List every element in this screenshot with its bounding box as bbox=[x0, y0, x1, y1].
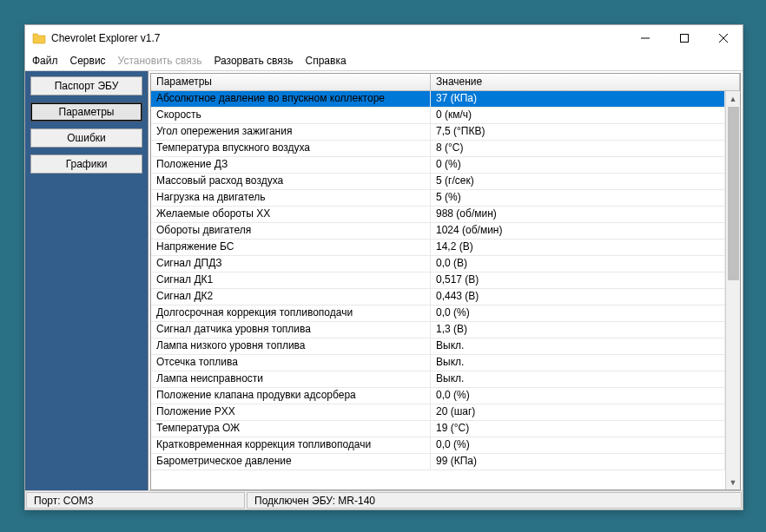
table-row[interactable]: Скорость0 (км/ч) bbox=[151, 108, 725, 124]
table-row[interactable]: Положение РXX20 (шаг) bbox=[151, 404, 725, 421]
cell-value: Выкл. bbox=[431, 355, 725, 371]
cell-param: Сигнал ДПДЗ bbox=[151, 256, 431, 272]
client-area: Паспорт ЭБУ Параметры Ошибки Графики Пар… bbox=[25, 70, 743, 490]
table-row[interactable]: Кратковременная коррекция топливоподачи0… bbox=[151, 437, 725, 454]
table-row[interactable]: Сигнал ДК10,517 (В) bbox=[151, 273, 725, 289]
cell-param: Обороты двигателя bbox=[151, 223, 431, 239]
table-row[interactable]: Угол опережения зажигания7,5 (°ПКВ) bbox=[151, 124, 725, 141]
table-row[interactable]: Массовый расход воздуха5 (г/сек) bbox=[151, 174, 725, 190]
cell-value: 1,3 (В) bbox=[431, 322, 725, 338]
sidebar-parameters-button[interactable]: Параметры bbox=[30, 102, 142, 122]
folder-icon bbox=[32, 31, 46, 45]
table-row[interactable]: Положение ДЗ0 (%) bbox=[151, 157, 725, 174]
cell-value: 8 (°C) bbox=[431, 141, 725, 156]
table-row[interactable]: Положение клапана продувки адсорбера0,0 … bbox=[151, 388, 725, 404]
cell-param: Положение клапана продувки адсорбера bbox=[151, 388, 431, 404]
grid-header: Параметры Значение bbox=[151, 74, 740, 91]
menu-connect[interactable]: Установить связь bbox=[118, 55, 202, 67]
cell-value: 99 (КПа) bbox=[431, 454, 725, 470]
status-bar: Порт: COM3 Подключен ЭБУ: MR-140 bbox=[25, 490, 743, 509]
table-row[interactable]: Желаемые обороты XX988 (об/мин) bbox=[151, 207, 725, 223]
cell-param: Отсечка топлива bbox=[151, 355, 431, 371]
cell-param: Сигнал ДК1 bbox=[151, 273, 431, 288]
window-title: Chevrolet Explorer v1.7 bbox=[51, 32, 160, 44]
main-window: Chevrolet Explorer v1.7 Файл Сервис Уста… bbox=[24, 24, 743, 510]
scroll-thumb[interactable] bbox=[728, 107, 739, 280]
table-row[interactable]: Температура ОЖ19 (°C) bbox=[151, 421, 725, 437]
menu-help[interactable]: Справка bbox=[306, 55, 347, 67]
cell-param: Напряжение БС bbox=[151, 240, 431, 255]
cell-param: Барометрическое давление bbox=[151, 454, 431, 470]
cell-param: Лампа низкого уровня топлива bbox=[151, 338, 431, 354]
table-row[interactable]: Лампа неисправностиВыкл. bbox=[151, 371, 725, 388]
cell-param: Положение ДЗ bbox=[151, 157, 431, 173]
title-bar[interactable]: Chevrolet Explorer v1.7 bbox=[25, 25, 743, 51]
table-row[interactable]: Напряжение БС14,2 (В) bbox=[151, 240, 725, 256]
close-button[interactable] bbox=[703, 25, 743, 51]
main-panel: Параметры Значение Абсолютное давление в… bbox=[149, 71, 743, 490]
maximize-button[interactable] bbox=[664, 25, 703, 51]
cell-param: Угол опережения зажигания bbox=[151, 124, 431, 140]
table-row[interactable]: Барометрическое давление99 (КПа) bbox=[151, 454, 725, 470]
svg-rect-1 bbox=[680, 35, 688, 43]
cell-value: 7,5 (°ПКВ) bbox=[431, 124, 725, 140]
cell-value: 988 (об/мин) bbox=[431, 207, 725, 222]
grid-body[interactable]: Абсолютное давление во впускном коллекто… bbox=[151, 91, 725, 489]
table-row[interactable]: Отсечка топливаВыкл. bbox=[151, 355, 725, 371]
cell-param: Скорость bbox=[151, 108, 431, 123]
cell-value: 0,443 (В) bbox=[431, 289, 725, 305]
cell-value: 37 (КПа) bbox=[431, 91, 725, 107]
cell-value: 1024 (об/мин) bbox=[431, 223, 725, 239]
cell-param: Кратковременная коррекция топливоподачи bbox=[151, 437, 431, 453]
cell-value: 0,0 (В) bbox=[431, 256, 725, 272]
cell-value: 0,0 (%) bbox=[431, 305, 725, 321]
cell-value: 0 (%) bbox=[431, 157, 725, 173]
cell-value: Выкл. bbox=[431, 338, 725, 354]
menu-file[interactable]: Файл bbox=[32, 55, 58, 67]
cell-value: 0 (км/ч) bbox=[431, 108, 725, 123]
parameters-grid: Параметры Значение Абсолютное давление в… bbox=[150, 73, 741, 490]
table-row[interactable]: Температура впускного воздуха8 (°C) bbox=[151, 141, 725, 157]
status-port: Порт: COM3 bbox=[26, 492, 245, 509]
cell-value: 19 (°C) bbox=[431, 421, 725, 437]
table-row[interactable]: Сигнал ДПДЗ0,0 (В) bbox=[151, 256, 725, 273]
cell-value: 5 (г/сек) bbox=[431, 174, 725, 189]
table-row[interactable]: Лампа низкого уровня топливаВыкл. bbox=[151, 338, 725, 355]
sidebar-errors-button[interactable]: Ошибки bbox=[30, 128, 142, 148]
cell-param: Долгосрочная коррекция топливоподачи bbox=[151, 305, 431, 321]
cell-param: Сигнал ДК2 bbox=[151, 289, 431, 305]
sidebar: Паспорт ЭБУ Параметры Ошибки Графики bbox=[25, 71, 149, 490]
vertical-scrollbar[interactable]: ▲ ▼ bbox=[725, 91, 740, 489]
cell-param: Температура ОЖ bbox=[151, 421, 431, 437]
table-row[interactable]: Обороты двигателя1024 (об/мин) bbox=[151, 223, 725, 240]
cell-value: 14,2 (В) bbox=[431, 240, 725, 255]
menu-service[interactable]: Сервис bbox=[70, 55, 106, 67]
cell-param: Абсолютное давление во впускном коллекто… bbox=[151, 91, 431, 107]
menu-bar: Файл Сервис Установить связь Разорвать с… bbox=[25, 51, 743, 70]
column-header-param[interactable]: Параметры bbox=[151, 74, 431, 90]
scroll-up-button[interactable]: ▲ bbox=[726, 91, 740, 106]
column-header-value[interactable]: Значение bbox=[431, 74, 740, 90]
cell-value: 0,0 (%) bbox=[431, 437, 725, 453]
table-row[interactable]: Абсолютное давление во впускном коллекто… bbox=[151, 91, 725, 108]
table-row[interactable]: Сигнал ДК20,443 (В) bbox=[151, 289, 725, 305]
scroll-down-button[interactable]: ▼ bbox=[726, 475, 740, 489]
sidebar-charts-button[interactable]: Графики bbox=[30, 154, 142, 174]
cell-value: 5 (%) bbox=[431, 190, 725, 206]
cell-param: Сигнал датчика уровня топлива bbox=[151, 322, 431, 338]
table-row[interactable]: Сигнал датчика уровня топлива1,3 (В) bbox=[151, 322, 725, 338]
cell-value: 0,517 (В) bbox=[431, 273, 725, 288]
sidebar-passport-button[interactable]: Паспорт ЭБУ bbox=[30, 76, 142, 95]
menu-disconnect[interactable]: Разорвать связь bbox=[214, 55, 293, 67]
cell-value: Выкл. bbox=[431, 371, 725, 387]
cell-param: Массовый расход воздуха bbox=[151, 174, 431, 189]
table-row[interactable]: Долгосрочная коррекция топливоподачи0,0 … bbox=[151, 305, 725, 322]
cell-param: Нагрузка на двигатель bbox=[151, 190, 431, 206]
cell-value: 20 (шаг) bbox=[431, 404, 725, 420]
table-row[interactable]: Нагрузка на двигатель5 (%) bbox=[151, 190, 725, 207]
cell-param: Желаемые обороты XX bbox=[151, 207, 431, 222]
minimize-button[interactable] bbox=[625, 25, 664, 51]
cell-param: Лампа неисправности bbox=[151, 371, 431, 387]
cell-value: 0,0 (%) bbox=[431, 388, 725, 404]
cell-param: Температура впускного воздуха bbox=[151, 141, 431, 156]
